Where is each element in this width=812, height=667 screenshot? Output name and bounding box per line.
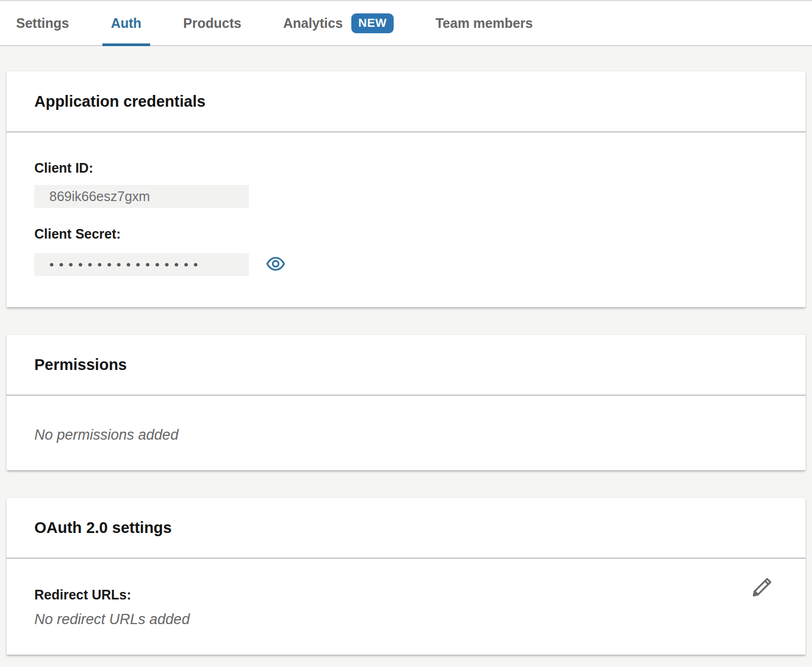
client-id-value: 869ik66esz7gxm xyxy=(49,189,150,204)
tab-auth[interactable]: Auth xyxy=(111,1,142,45)
edit-redirect-urls-button[interactable] xyxy=(751,576,773,600)
oauth-settings-card: OAuth 2.0 settings Redirect URLs: No red… xyxy=(6,498,806,655)
permissions-empty-text: No permissions added xyxy=(34,427,778,443)
client-secret-field[interactable]: •••••••••••••••• xyxy=(34,253,249,276)
client-secret-label: Client Secret: xyxy=(34,226,778,242)
tab-team-members[interactable]: Team members xyxy=(435,1,533,45)
redirect-urls-label: Redirect URLs: xyxy=(34,587,778,603)
client-secret-row: •••••••••••••••• xyxy=(34,253,778,276)
tab-settings[interactable]: Settings xyxy=(16,1,69,45)
client-id-field[interactable]: 869ik66esz7gxm xyxy=(34,185,249,208)
pencil-icon xyxy=(751,576,773,600)
tab-auth-label: Auth xyxy=(111,16,142,31)
application-credentials-header: Application credentials xyxy=(6,71,806,132)
permissions-body: No permissions added xyxy=(6,396,806,470)
tab-products-label: Products xyxy=(183,16,241,31)
tab-team-members-label: Team members xyxy=(435,16,533,31)
permissions-header: Permissions xyxy=(6,335,806,396)
permissions-card: Permissions No permissions added xyxy=(6,335,806,470)
page-content: Application credentials Client ID: 869ik… xyxy=(0,46,812,661)
tab-analytics[interactable]: Analytics NEW xyxy=(283,1,394,45)
tab-analytics-label: Analytics xyxy=(283,16,343,31)
oauth-settings-header: OAuth 2.0 settings xyxy=(6,498,806,559)
oauth-settings-body: Redirect URLs: No redirect URLs added xyxy=(6,559,806,655)
tab-bar: Settings Auth Products Analytics NEW Tea… xyxy=(0,0,812,46)
tab-products[interactable]: Products xyxy=(183,1,241,45)
tab-settings-label: Settings xyxy=(16,16,69,31)
redirect-urls-empty-text: No redirect URLs added xyxy=(34,611,778,628)
oauth-settings-title: OAuth 2.0 settings xyxy=(34,519,172,537)
reveal-secret-button[interactable] xyxy=(266,256,285,273)
application-credentials-card: Application credentials Client ID: 869ik… xyxy=(6,71,806,307)
new-badge: NEW xyxy=(351,13,394,33)
application-credentials-body: Client ID: 869ik66esz7gxm Client Secret:… xyxy=(6,132,806,307)
application-credentials-title: Application credentials xyxy=(34,93,205,110)
client-id-label: Client ID: xyxy=(34,160,778,176)
eye-icon xyxy=(266,256,285,273)
permissions-title: Permissions xyxy=(34,356,127,374)
client-secret-masked-value: •••••••••••••••• xyxy=(49,253,203,276)
